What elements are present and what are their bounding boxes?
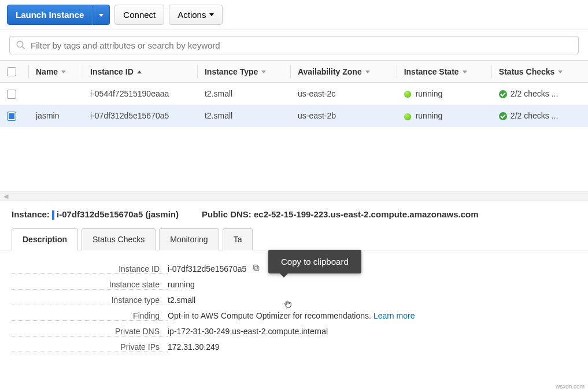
col-state[interactable]: Instance State [397,61,492,83]
svg-line-1 [22,46,25,49]
cell-az: us-east-2b [291,105,397,127]
launch-instance-dropdown[interactable] [93,5,110,25]
cell-state: running [397,105,492,127]
launch-instance-button[interactable]: Launch Instance [7,5,93,25]
desc-finding-value: Opt-in to AWS Compute Optimizer for reco… [168,311,415,320]
desc-priv-dns-value: ip-172-31-30-249.us-east-2.compute.inter… [168,327,328,336]
desc-state-label: Instance state [12,280,168,290]
desc-type-value: t2.small [168,295,195,305]
cell-state: running [397,83,492,105]
cell-az: us-east-2c [291,83,397,105]
tab-description[interactable]: Description [12,228,78,250]
desc-state-value: running [168,280,195,289]
cell-instance-type: t2.small [198,105,291,127]
tab-monitoring[interactable]: Monitoring [159,228,219,250]
row-checkbox[interactable] [7,112,16,121]
check-pass-icon [499,112,507,120]
desc-instance-id-label: Instance ID [12,264,168,274]
cell-checks: 2/2 checks ... [492,105,588,127]
learn-more-link[interactable]: Learn more [373,311,415,320]
details-tabs: Description Status Checks Monitoring Ta [0,228,588,250]
table-row[interactable]: jasmin i-07df312d5e15670a5 t2.small us-e… [0,105,588,127]
select-all-checkbox[interactable] [7,67,16,76]
selection-bar-icon [52,210,54,220]
pane-divider[interactable]: ◀ [0,191,588,201]
table-row[interactable]: i-0544f72515190eaaa t2.small us-east-2c … [0,83,588,105]
select-all-header[interactable] [0,61,29,83]
col-checks[interactable]: Status Checks [492,61,588,83]
svg-rect-2 [255,267,259,271]
selected-instance-label: Instance: i-07df312d5e15670a5 (jasmin) [12,209,179,220]
desc-type-label: Instance type [12,295,168,305]
search-icon [16,40,26,50]
status-running-icon [404,91,411,98]
filter-bar [0,29,588,60]
connect-button[interactable]: Connect [114,5,164,25]
actions-button[interactable]: Actions [169,5,223,25]
check-pass-icon [499,90,507,98]
filter-input-wrap[interactable] [9,36,579,54]
cell-instance-id: i-07df312d5e15670a5 [83,105,198,127]
launch-instance-group: Launch Instance [7,5,110,25]
toolbar: Launch Instance Connect Actions [0,0,588,29]
row-checkbox[interactable] [7,90,16,99]
caret-down-icon [99,14,103,17]
table-header-row: Name Instance ID Instance Type Availabil… [0,61,588,83]
copy-tooltip: Copy to clipboard [268,250,361,273]
col-instance-type[interactable]: Instance Type [198,61,291,83]
public-dns-label: Public DNS: ec2-52-15-199-223.us-east-2.… [202,209,479,220]
cell-instance-id: i-0544f72515190eaaa [83,83,198,105]
cell-checks: 2/2 checks ... [492,83,588,105]
tab-tags[interactable]: Ta [223,228,253,250]
cell-name: jasmin [29,105,83,127]
desc-finding-label: Finding [12,311,168,321]
desc-priv-ips-value: 172.31.30.249 [168,342,220,352]
desc-priv-dns-label: Private DNS [12,327,168,336]
svg-point-0 [17,41,23,47]
copy-icon[interactable] [252,264,260,272]
status-running-icon [404,113,411,120]
cell-instance-type: t2.small [198,83,291,105]
instances-table: Name Instance ID Instance Type Availabil… [0,60,588,127]
description-panel: Instance ID i-07df312d5e15670a5 Instance… [12,261,576,355]
col-az[interactable]: Availability Zone [291,61,397,83]
col-instance-id[interactable]: Instance ID [83,61,198,83]
desc-priv-ips-label: Private IPs [12,342,168,352]
tab-status-checks[interactable]: Status Checks [82,228,156,250]
filter-input[interactable] [31,40,572,50]
desc-instance-id-value: i-07df312d5e15670a5 [168,264,260,273]
details-header: Instance: i-07df312d5e15670a5 (jasmin) P… [0,201,588,228]
col-name[interactable]: Name [29,61,83,83]
caret-down-icon [209,13,214,16]
divider-handle-icon: ◀ [3,193,8,200]
cell-name [29,83,83,105]
svg-rect-3 [253,265,257,269]
